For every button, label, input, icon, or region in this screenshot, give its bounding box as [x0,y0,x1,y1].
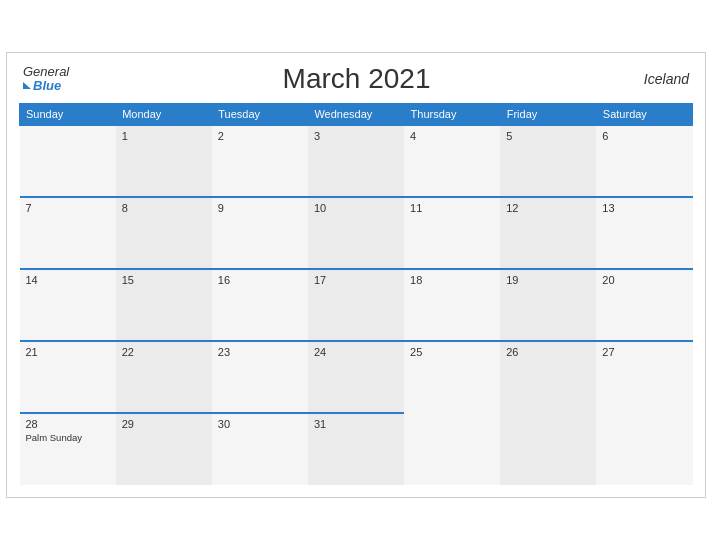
day-number: 15 [122,274,206,286]
day-number: 17 [314,274,398,286]
day-event: Palm Sunday [26,432,110,443]
day-number: 8 [122,202,206,214]
day-number: 14 [26,274,110,286]
calendar-cell: 22 [116,341,212,413]
calendar-cell: 27 [596,341,692,413]
calendar-cell: 18 [404,269,500,341]
day-number: 27 [602,346,686,358]
day-number: 3 [314,130,398,142]
calendar-cell [500,413,596,485]
calendar-cell [404,413,500,485]
logo-blue-text: Blue [23,79,69,93]
calendar-cell: 24 [308,341,404,413]
day-number: 5 [506,130,590,142]
day-number: 21 [26,346,110,358]
day-number: 13 [602,202,686,214]
day-number: 7 [26,202,110,214]
calendar-cell: 19 [500,269,596,341]
calendar-cell: 10 [308,197,404,269]
calendar-cell: 30 [212,413,308,485]
day-number: 22 [122,346,206,358]
calendar-cell: 16 [212,269,308,341]
logo-general-text: General [23,65,69,79]
weekday-header-friday: Friday [500,104,596,126]
calendar-title: March 2021 [69,63,644,95]
day-number: 11 [410,202,494,214]
calendar-cell: 15 [116,269,212,341]
day-number: 25 [410,346,494,358]
day-number: 26 [506,346,590,358]
weekday-header-tuesday: Tuesday [212,104,308,126]
calendar-cell: 11 [404,197,500,269]
calendar-cell: 17 [308,269,404,341]
week-row-4: 21222324252627 [20,341,693,413]
weekday-header-saturday: Saturday [596,104,692,126]
day-number: 2 [218,130,302,142]
day-number: 29 [122,418,206,430]
calendar-cell [596,413,692,485]
week-row-2: 78910111213 [20,197,693,269]
day-number: 20 [602,274,686,286]
calendar-cell: 5 [500,125,596,197]
day-number: 10 [314,202,398,214]
calendar-container: General Blue March 2021 Iceland SundayMo… [6,52,706,498]
day-number: 1 [122,130,206,142]
day-number: 19 [506,274,590,286]
calendar-grid: SundayMondayTuesdayWednesdayThursdayFrid… [19,103,693,485]
calendar-cell: 21 [20,341,116,413]
day-number: 24 [314,346,398,358]
calendar-cell: 20 [596,269,692,341]
calendar-cell: 13 [596,197,692,269]
calendar-cell: 12 [500,197,596,269]
calendar-cell: 28Palm Sunday [20,413,116,485]
calendar-cell: 26 [500,341,596,413]
calendar-cell: 8 [116,197,212,269]
calendar-cell: 29 [116,413,212,485]
weekday-header-monday: Monday [116,104,212,126]
day-number: 4 [410,130,494,142]
calendar-cell: 14 [20,269,116,341]
day-number: 18 [410,274,494,286]
weekday-header-sunday: Sunday [20,104,116,126]
day-number: 6 [602,130,686,142]
day-number: 23 [218,346,302,358]
week-row-1: 123456 [20,125,693,197]
day-number: 16 [218,274,302,286]
calendar-cell: 1 [116,125,212,197]
logo-triangle-icon [23,82,31,89]
day-number: 12 [506,202,590,214]
logo: General Blue [23,65,69,94]
calendar-cell: 2 [212,125,308,197]
calendar-cell: 9 [212,197,308,269]
calendar-cell: 6 [596,125,692,197]
weekday-header-wednesday: Wednesday [308,104,404,126]
calendar-cell: 23 [212,341,308,413]
day-number: 30 [218,418,302,430]
calendar-header: General Blue March 2021 Iceland [19,63,693,95]
calendar-cell: 4 [404,125,500,197]
week-row-3: 14151617181920 [20,269,693,341]
calendar-cell: 25 [404,341,500,413]
day-number: 28 [26,418,110,430]
calendar-cell [20,125,116,197]
day-number: 9 [218,202,302,214]
calendar-cell: 31 [308,413,404,485]
calendar-cell: 7 [20,197,116,269]
weekday-header-row: SundayMondayTuesdayWednesdayThursdayFrid… [20,104,693,126]
week-row-5: 28Palm Sunday293031 [20,413,693,485]
calendar-country: Iceland [644,71,689,87]
calendar-cell: 3 [308,125,404,197]
day-number: 31 [314,418,398,430]
weekday-header-thursday: Thursday [404,104,500,126]
